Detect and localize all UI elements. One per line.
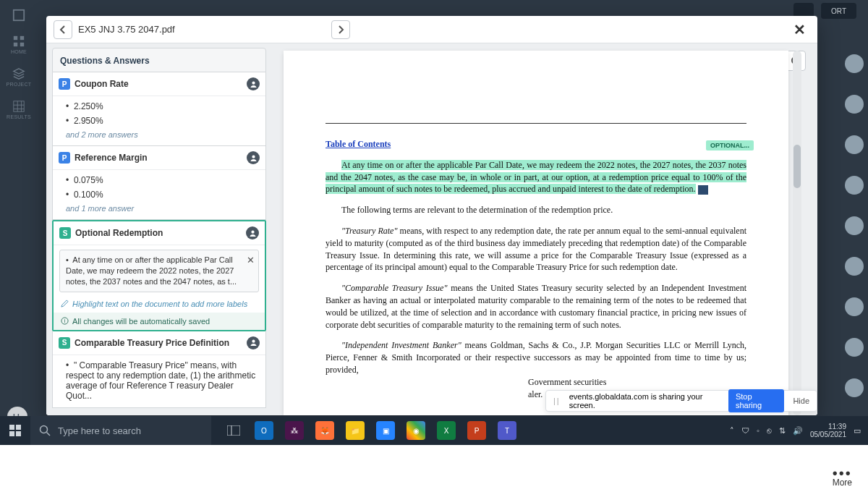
svg-rect-19 <box>16 425 21 430</box>
taskbar-clock[interactable]: 11:39 05/05/2021 <box>810 423 846 439</box>
svg-rect-5 <box>14 101 24 111</box>
modal-header: EX5 JNJ 3.75 2047.pdf ✕ <box>46 16 817 43</box>
avatar[interactable] <box>845 54 864 73</box>
autosave-notice: i All changes will be automatically save… <box>54 313 265 330</box>
highlighted-paragraph[interactable]: At any time on or after the applicable P… <box>326 159 746 195</box>
svg-point-15 <box>252 340 255 343</box>
doc-scrollbar[interactable] <box>793 51 801 415</box>
doc-paragraph[interactable]: "Treasury Rate" means, with respect to a… <box>326 225 746 273</box>
tray-app-icon[interactable]: ◦ <box>757 426 760 435</box>
doc-paragraph[interactable]: "Comparable Treasury Issue" means the Un… <box>326 282 746 331</box>
start-button[interactable] <box>0 416 30 445</box>
person-icon <box>247 77 260 90</box>
zoom-icon[interactable]: ▣ <box>376 421 395 440</box>
avatar[interactable] <box>845 378 864 397</box>
windows-taskbar: Type here to search O ⁂ 🦊 📁 ▣ ◉ X P T ˄ … <box>0 416 868 445</box>
avatar[interactable] <box>845 216 864 235</box>
qa-item-optional-redemption[interactable]: S Optional Redemption • At any time on o… <box>52 220 266 331</box>
system-tray: ˄ 🛡 ◦ ⎋ ⇅ 🔊 11:39 05/05/2021 ▭ <box>730 423 868 439</box>
person-icon <box>247 336 260 349</box>
svg-rect-3 <box>14 43 17 46</box>
highlight-hint: Highlight text on the document to add mo… <box>54 297 265 313</box>
avatar[interactable] <box>845 297 864 316</box>
drag-handle-icon[interactable]: || <box>553 396 561 405</box>
nav-results[interactable]: RESULTS <box>7 100 31 119</box>
avatar[interactable] <box>845 135 864 154</box>
next-file-button[interactable] <box>331 20 350 39</box>
pdf-page[interactable]: Table of Contents OPTIONAL... At any tim… <box>284 51 788 415</box>
close-modal-button[interactable]: ✕ <box>788 19 810 41</box>
badge-p-icon: P <box>59 152 70 164</box>
person-icon <box>247 151 260 164</box>
document-modal: EX5 JNJ 3.75 2047.pdf ✕ Questions & Answ… <box>46 16 817 415</box>
stop-sharing-button[interactable]: Stop sharing <box>728 389 784 412</box>
highlight-tag[interactable]: OPTIONAL... <box>706 140 754 151</box>
teams-icon[interactable]: T <box>498 421 516 440</box>
prev-file-button[interactable] <box>54 20 72 39</box>
left-sidebar: HOME PROJECT RESULTS <box>0 0 38 416</box>
powerpoint-icon[interactable]: P <box>467 421 486 440</box>
chevron-left-icon <box>59 25 67 34</box>
qa-item-coupon-rate[interactable]: P Coupon Rate • 2.250% • 2.950% and 2 mo… <box>52 72 266 146</box>
slack-icon[interactable]: ⁂ <box>285 421 304 440</box>
outlook-icon[interactable]: O <box>255 421 273 440</box>
nav-project[interactable]: PROJECT <box>7 67 32 87</box>
svg-point-11 <box>252 155 255 158</box>
qa-list[interactable]: P Coupon Rate • 2.250% • 2.950% and 2 mo… <box>52 72 266 411</box>
scrollbar-thumb[interactable] <box>793 145 801 188</box>
volume-icon[interactable]: 🔊 <box>793 426 803 436</box>
selected-answer-text: • At any time on or after the applicable… <box>59 250 259 292</box>
chrome-icon[interactable]: ◉ <box>407 421 425 440</box>
avatar[interactable] <box>845 338 864 357</box>
taskbar-search[interactable]: Type here to search <box>30 416 211 445</box>
network-icon[interactable]: ⎋ <box>767 426 772 435</box>
info-icon: i <box>61 317 69 325</box>
svg-point-22 <box>41 426 48 433</box>
task-view-icon[interactable] <box>224 421 243 440</box>
taskbar-apps: O ⁂ 🦊 📁 ▣ ◉ X P T <box>224 421 516 440</box>
svg-rect-18 <box>9 425 14 430</box>
top-pill-2[interactable]: ORT <box>821 3 856 19</box>
badge-s-icon: S <box>59 337 70 349</box>
svg-rect-0 <box>14 10 24 20</box>
avatar[interactable] <box>845 176 864 195</box>
qa-item-comparable-treasury[interactable]: S Comparable Treasury Price Definition •… <box>52 331 266 408</box>
badge-p-icon: P <box>59 78 70 90</box>
nav-home[interactable]: HOME <box>11 35 27 54</box>
document-viewer: Table of Contents OPTIONAL... At any tim… <box>271 43 817 415</box>
qa-item-reference-margin[interactable]: P Reference Margin • 0.075% • 0.100% and… <box>52 146 266 220</box>
grid-icon <box>12 100 26 113</box>
search-icon <box>39 425 51 436</box>
screen-share-banner: || events.globaldata.com is sharing your… <box>545 390 817 412</box>
doc-paragraph[interactable]: "Independent Investment Banker" means Go… <box>326 339 746 376</box>
svg-line-23 <box>47 433 51 436</box>
svg-rect-1 <box>14 36 17 40</box>
doc-paragraph[interactable]: The following terms are relevant to the … <box>326 204 746 216</box>
antivirus-icon[interactable]: 🛡 <box>741 426 749 435</box>
more-menu[interactable]: ••• More <box>833 469 852 488</box>
avatar[interactable] <box>845 257 864 276</box>
explorer-icon[interactable]: 📁 <box>346 421 365 440</box>
nav-logo[interactable] <box>12 9 26 22</box>
right-avatar-rail <box>845 54 864 397</box>
toc-link[interactable]: Table of Contents <box>326 139 391 149</box>
svg-rect-21 <box>16 431 21 436</box>
remove-highlight-button[interactable]: ✕ <box>698 185 708 195</box>
remove-answer-button[interactable]: ✕ <box>247 254 255 267</box>
qa-panel: Questions & Answers P Coupon Rate • 2.25… <box>46 43 271 415</box>
chevron-right-icon <box>337 25 344 34</box>
modal-filename: EX5 JNJ 3.75 2047.pdf <box>78 24 175 35</box>
person-icon <box>246 226 259 239</box>
badge-s-icon: S <box>59 227 71 239</box>
tray-chevron-icon[interactable]: ˄ <box>730 426 734 436</box>
firefox-icon[interactable]: 🦊 <box>315 421 334 440</box>
notifications-icon[interactable]: ▭ <box>854 426 861 436</box>
home-icon <box>12 35 26 48</box>
svg-text:i: i <box>64 318 66 324</box>
excel-icon[interactable]: X <box>437 421 456 440</box>
wifi-icon[interactable]: ⇅ <box>779 426 786 436</box>
hide-banner-button[interactable]: Hide <box>793 396 809 405</box>
avatar[interactable] <box>845 95 864 114</box>
windows-icon <box>9 425 21 436</box>
bottom-strip: ••• More <box>0 445 868 492</box>
